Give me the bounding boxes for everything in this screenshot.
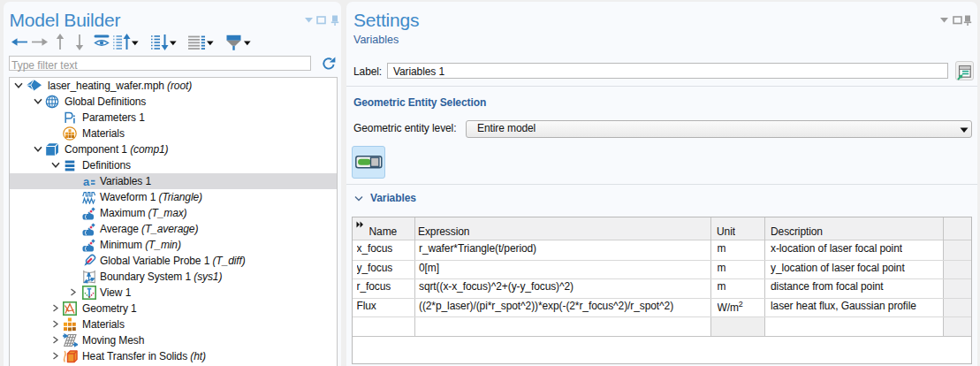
svg-text:a: a bbox=[83, 175, 90, 187]
